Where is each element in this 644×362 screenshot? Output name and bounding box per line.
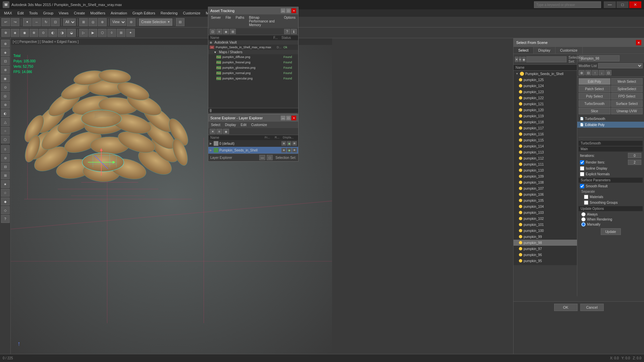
sfs-tab-display[interactable]: Display <box>534 47 555 54</box>
surface-select-button[interactable]: Surface Select <box>611 100 643 107</box>
ls-btn15[interactable]: ⊟ <box>1 163 10 171</box>
sfs-item-pumpkin_122[interactable]: pumpkin_122 <box>514 95 577 101</box>
asset-menu-paths[interactable]: Paths <box>234 15 247 27</box>
sfs-tool2[interactable]: ≡ <box>519 57 522 62</box>
iterations-input[interactable] <box>628 153 641 158</box>
t2-render2[interactable]: ▶ <box>89 29 97 37</box>
sfs-item-pumpkin_104[interactable]: pumpkin_104 <box>514 203 577 209</box>
ls-btn3[interactable]: ⊡ <box>1 57 10 65</box>
sfs-item-pumpkin_105[interactable]: pumpkin_105 <box>514 197 577 203</box>
max-file-item[interactable]: M Pumpkin_Seeds_in_Shell_max_vray.max D.… <box>208 45 298 50</box>
asset-menu-file[interactable]: File <box>223 15 233 27</box>
ls-btn2[interactable]: ◈ <box>1 48 10 56</box>
t2-render5[interactable]: ⊞ <box>117 29 125 37</box>
sfs-tab-select[interactable]: Select <box>514 47 534 54</box>
t2-btn3[interactable]: ◉ <box>20 29 29 37</box>
sfs-item-pumpkin_96[interactable]: pumpkin_96 <box>514 252 577 258</box>
menu-item-edit[interactable]: Edit <box>15 10 26 16</box>
redo-btn[interactable]: ↪ <box>11 18 19 26</box>
smoothing-groups-checkbox[interactable] <box>584 200 588 205</box>
smooth-result-checkbox[interactable] <box>580 184 584 188</box>
ok-button[interactable]: OK <box>554 304 578 311</box>
ls-btn19[interactable]: ◆ <box>1 197 10 205</box>
t2-btn4[interactable]: ⊗ <box>30 29 38 37</box>
layer-close-button[interactable]: ✕ <box>291 116 296 120</box>
select-btn[interactable]: ✦ <box>23 18 32 26</box>
rotate-btn[interactable]: ↻ <box>42 18 50 26</box>
sfs-item-pumpkin_101[interactable]: pumpkin_101 <box>514 222 577 228</box>
sfs-item-pumpkin_115[interactable]: pumpkin_115 <box>514 137 577 143</box>
named-sets-btn[interactable]: ⊟ <box>176 18 184 26</box>
undo-btn[interactable]: ↩ <box>1 18 10 26</box>
maximize-button[interactable]: □ <box>616 1 629 8</box>
materials-checkbox[interactable] <box>584 195 588 199</box>
move-btn[interactable]: ↔ <box>32 18 41 26</box>
ls-btn9[interactable]: ◐ <box>1 109 10 117</box>
sfs-item-pumpkin_99[interactable]: pumpkin_99 <box>514 234 577 240</box>
sfs-item-pumpkin_118[interactable]: pumpkin_118 <box>514 119 577 125</box>
sfs-item-pumpkin_120[interactable]: pumpkin_120 <box>514 107 577 113</box>
sfs-item-pumpkin_119[interactable]: pumpkin_119 <box>514 113 577 119</box>
sfs-item-pumpkin_100[interactable]: pumpkin_100 <box>514 228 577 234</box>
ls-btn5[interactable]: ◉ <box>1 74 10 82</box>
sfs-item-pumpkin_109[interactable]: pumpkin_109 <box>514 173 577 179</box>
filter-select[interactable]: All <box>63 18 76 26</box>
sfs-root-item[interactable]: ▼ Pumpkin_Seeds_in_Shell <box>514 71 577 77</box>
sfs-item-pumpkin_106[interactable]: pumpkin_106 <box>514 191 577 197</box>
turbosmooth-button[interactable]: TurboSmooth <box>579 100 610 107</box>
sfs-item-pumpkin_114[interactable]: pumpkin_114 <box>514 143 577 149</box>
edit-poly-button[interactable]: Edit Poly <box>579 78 610 85</box>
sfs-item-pumpkin_113[interactable]: pumpkin_113 <box>514 149 577 155</box>
layer-0-render[interactable]: ◉ <box>287 141 291 146</box>
manually-radio[interactable] <box>581 222 586 227</box>
t2-btn7[interactable]: ◑ <box>58 29 66 37</box>
asset-close-button[interactable]: ✕ <box>291 8 296 13</box>
ls-btn13[interactable]: ◊ <box>1 145 10 153</box>
t2-render3[interactable]: ⬡ <box>98 29 107 37</box>
sfs-tool1[interactable]: ✕ <box>515 57 518 62</box>
sfs-list[interactable]: ▼ Pumpkin_Seeds_in_Shell pumpkin_125pump… <box>514 71 577 265</box>
object-name-input[interactable] <box>579 55 620 61</box>
fpd-select-button[interactable]: FPD Select <box>611 93 643 100</box>
asset-help-button[interactable]: ? <box>284 29 290 34</box>
layer-1-render[interactable]: ◉ <box>287 148 291 153</box>
update-button[interactable]: Update <box>601 228 621 235</box>
t2-btn5[interactable]: ⊙ <box>39 29 48 37</box>
asset-info-button[interactable]: ℹ <box>291 29 297 34</box>
mod-icon4[interactable]: ↓ <box>599 70 605 75</box>
t2-btn2[interactable]: ◈ <box>11 29 19 37</box>
asset-minimize-button[interactable]: — <box>281 8 285 13</box>
sfs-item-pumpkin_124[interactable]: pumpkin_124 <box>514 83 577 89</box>
close-button[interactable]: ✕ <box>629 1 641 8</box>
ls-btn18[interactable]: ☆ <box>1 189 10 197</box>
t2-btn1[interactable]: ⊕ <box>1 29 10 37</box>
sfs-item-pumpkin_125[interactable]: pumpkin_125 <box>514 77 577 83</box>
ls-help[interactable]: ? <box>1 215 10 223</box>
spline-select-button[interactable]: SplineSelect <box>611 85 643 92</box>
mod-icon3[interactable]: ↑ <box>592 70 598 75</box>
t2-btn8[interactable]: ◒ <box>67 29 76 37</box>
layer-tool-list[interactable]: ≡ <box>216 129 222 134</box>
sfs-item-pumpkin_102[interactable]: pumpkin_102 <box>514 216 577 222</box>
sfs-item-pumpkin_108[interactable]: pumpkin_108 <box>514 179 577 185</box>
menu-item-animation[interactable]: Animation <box>108 10 130 16</box>
layer-menu-display[interactable]: Display <box>223 122 238 127</box>
asset-tool2[interactable]: ≡ <box>216 29 222 34</box>
layer-menu-edit[interactable]: Edit <box>239 122 249 127</box>
asset-menu-bitmap[interactable]: Bitmap Performance and Memory <box>247 15 281 27</box>
create-selection-button[interactable]: Create Selection ▼ <box>139 18 172 26</box>
layer-0-display[interactable]: 👁 <box>292 141 297 146</box>
t2-btn6[interactable]: ◐ <box>48 29 57 37</box>
minimize-button[interactable]: — <box>604 1 616 8</box>
menu-item-views[interactable]: Views <box>56 10 71 16</box>
sfs-item-pumpkin_116[interactable]: pumpkin_116 <box>514 131 577 137</box>
render-iters-input[interactable] <box>628 160 641 165</box>
mesh-select-button[interactable]: Mesh Select <box>611 78 643 85</box>
layer-1-freeze[interactable]: ❄ <box>281 148 286 153</box>
mod-icon2[interactable]: ⊟ <box>585 70 591 75</box>
ls-btn16[interactable]: ⊞ <box>1 171 10 179</box>
asset-tool3[interactable]: ◈ <box>223 29 229 34</box>
menu-item-tools[interactable]: Tools <box>26 10 41 16</box>
poly-select-button[interactable]: Poly Select <box>579 93 610 100</box>
asset-file-3[interactable]: PNG pumpkin_normal.png Found <box>208 70 298 76</box>
